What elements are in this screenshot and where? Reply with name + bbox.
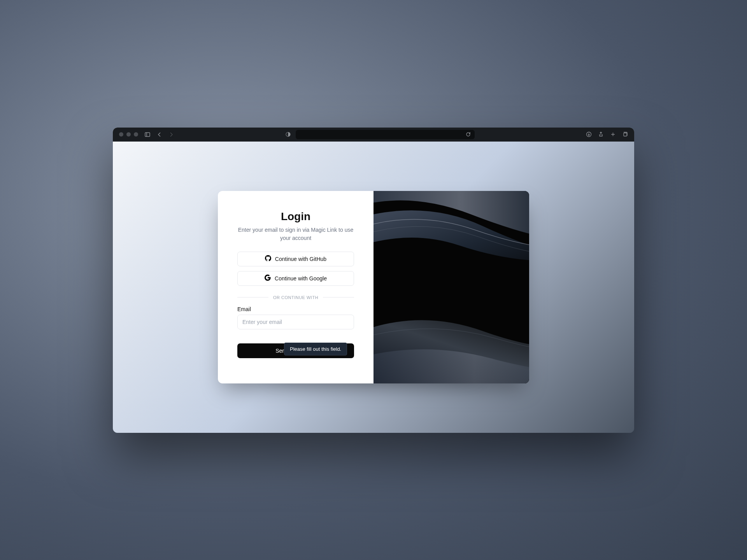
continue-with-github-button[interactable]: Continue with GitHub: [237, 252, 354, 266]
email-input[interactable]: [237, 315, 354, 329]
close-window-button[interactable]: [119, 132, 123, 136]
traffic-lights: [119, 132, 138, 136]
tabs-overview-icon[interactable]: [622, 131, 628, 137]
share-icon[interactable]: [598, 131, 604, 137]
login-form-panel: Login Enter your email to sign in via Ma…: [218, 191, 374, 383]
send-magic-link-button[interactable]: Send Magic Link Please fill out this fie…: [237, 343, 354, 358]
url-bar[interactable]: [296, 130, 475, 139]
validation-tooltip: Please fill out this field.: [284, 343, 347, 355]
sidebar-toggle-icon[interactable]: [144, 131, 151, 138]
new-tab-icon[interactable]: [610, 131, 616, 137]
chrome-center: [179, 130, 581, 139]
back-icon[interactable]: [157, 132, 162, 137]
shield-icon[interactable]: [285, 131, 291, 137]
browser-window: Login Enter your email to sign in via Ma…: [113, 128, 634, 433]
divider-text: OR CONTINUE WITH: [268, 295, 323, 300]
content-area: Login Enter your email to sign in via Ma…: [113, 142, 634, 433]
minimize-window-button[interactable]: [126, 132, 131, 136]
chrome-right-controls: [586, 131, 628, 137]
divider-line-left: [237, 297, 268, 298]
modal-stack: Login Enter your email to sign in via Ma…: [218, 191, 529, 383]
google-icon: [265, 275, 271, 282]
email-label: Email: [237, 306, 354, 312]
divider-line-right: [323, 297, 354, 298]
google-button-label: Continue with Google: [275, 275, 327, 282]
decorative-wave-image: [374, 191, 529, 383]
reload-icon[interactable]: [466, 132, 471, 137]
maximize-window-button[interactable]: [134, 132, 138, 136]
login-title: Login: [237, 210, 354, 223]
github-icon: [265, 255, 271, 262]
login-modal: Login Enter your email to sign in via Ma…: [218, 191, 529, 383]
download-icon[interactable]: [586, 131, 592, 137]
svg-rect-0: [145, 133, 150, 136]
login-subtitle: Enter your email to sign in via Magic Li…: [237, 226, 354, 242]
forward-icon[interactable]: [168, 132, 174, 137]
github-button-label: Continue with GitHub: [275, 256, 326, 262]
chrome-left-controls: [119, 131, 174, 138]
svg-rect-3: [624, 133, 627, 136]
browser-chrome: [113, 128, 634, 142]
continue-with-google-button[interactable]: Continue with Google: [237, 271, 354, 286]
divider: OR CONTINUE WITH: [237, 295, 354, 300]
login-image-panel: [374, 191, 529, 383]
